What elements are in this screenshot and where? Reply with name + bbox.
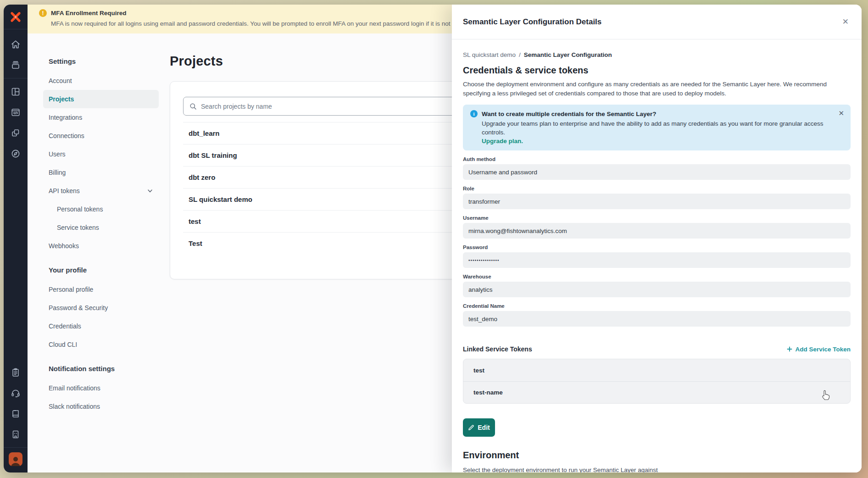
semantic-layer-panel: Semantic Layer Configuration Details ✕ S… [452, 5, 862, 472]
organization-button[interactable] [4, 424, 28, 445]
credential-fields: Auth method Username and password Role t… [463, 156, 851, 327]
search-icon [189, 103, 197, 110]
info-box-body: Upgrade your teams plan to enterprise an… [482, 119, 843, 137]
develop-nav-button[interactable] [4, 102, 28, 122]
info-close-icon[interactable]: ✕ [838, 109, 844, 117]
token-row-test-name[interactable]: test-name [463, 381, 850, 403]
support-button[interactable] [4, 383, 28, 403]
orchestration-nav-button[interactable] [4, 122, 28, 143]
home-nav-button[interactable] [4, 34, 28, 55]
panel-header: Semantic Layer Configuration Details ✕ [452, 5, 862, 39]
sidebar-item-users[interactable]: Users [43, 145, 159, 163]
dbt-logo[interactable] [4, 5, 28, 29]
sidebar-item-personal-profile[interactable]: Personal profile [43, 280, 159, 299]
code-editor-icon [11, 107, 21, 117]
warehouse-value: analytics [463, 282, 851, 297]
notification-nav-heading: Notification settings [43, 365, 159, 372]
environment-section-description: Select the deployment environment to run… [463, 467, 851, 472]
breadcrumb-separator: / [519, 51, 521, 58]
building-icon [11, 429, 21, 439]
chevron-down-icon [147, 188, 153, 194]
sidebar-item-connections[interactable]: Connections [43, 127, 159, 145]
close-icon[interactable]: ✕ [840, 16, 851, 28]
upgrade-plan-link[interactable]: Upgrade plan. [482, 138, 843, 145]
icon-rail [4, 5, 28, 472]
dbt-logo-icon [10, 11, 22, 23]
breadcrumb-parent[interactable]: SL quickstart demo [463, 51, 516, 58]
credential-name-label: Credential Name [463, 303, 851, 309]
explore-nav-button[interactable] [4, 143, 28, 164]
stack-icon [11, 60, 21, 70]
info-icon: i [470, 110, 478, 117]
add-service-token-button[interactable]: Add Service Token [787, 346, 851, 353]
sidebar-item-api-tokens[interactable]: API tokens [43, 182, 159, 200]
role-label: Role [463, 186, 851, 191]
user-avatar[interactable] [9, 452, 22, 466]
grid-icon [11, 87, 21, 97]
sidebar-item-email-notifications[interactable]: Email notifications [43, 379, 159, 397]
home-icon [11, 39, 21, 50]
sidebar-item-credentials[interactable]: Credentials [43, 317, 159, 335]
username-label: Username [463, 215, 851, 221]
upgrade-info-box: i Want to create multiple credentials fo… [463, 105, 851, 150]
branch-icon [11, 128, 21, 138]
sidebar-item-password-security[interactable]: Password & Security [43, 299, 159, 317]
warning-icon: ! [39, 9, 47, 17]
compass-icon [11, 149, 21, 159]
sidebar-item-slack-notifications[interactable]: Slack notifications [43, 397, 159, 416]
linked-tokens-heading: Linked Service Tokens [463, 345, 532, 353]
credentials-section-title: Credentials & service tokens [463, 65, 851, 76]
environments-nav-button[interactable] [4, 55, 28, 75]
edit-button[interactable]: Edit [463, 418, 495, 437]
docs-button[interactable] [4, 403, 28, 424]
sidebar-item-webhooks[interactable]: Webhooks [43, 237, 159, 255]
settings-nav-heading: Settings [43, 57, 159, 65]
clipboard-icon [11, 367, 21, 378]
panel-title: Semantic Layer Configuration Details [463, 17, 601, 27]
settings-nav: Settings Account Projects Integrations C… [43, 33, 159, 416]
dashboard-nav-button[interactable] [4, 81, 28, 102]
sidebar-item-personal-tokens[interactable]: Personal tokens [43, 200, 159, 218]
notes-button[interactable] [4, 362, 28, 383]
sidebar-item-billing[interactable]: Billing [43, 163, 159, 182]
banner-title: MFA Enrollment Required [51, 10, 127, 17]
breadcrumb-current: Semantic Layer Configuration [524, 51, 612, 58]
info-box-title: Want to create multiple credentials for … [482, 111, 657, 117]
book-icon [11, 409, 21, 419]
password-label: Password [463, 245, 851, 250]
profile-nav-heading: Your profile [43, 266, 159, 274]
sidebar-item-service-tokens[interactable]: Service tokens [43, 218, 159, 237]
sidebar-item-projects[interactable]: Projects [43, 90, 159, 108]
sidebar-item-account[interactable]: Account [43, 72, 159, 90]
panel-body: SL quickstart demo / Semantic Layer Conf… [452, 39, 862, 472]
sidebar-item-integrations[interactable]: Integrations [43, 108, 159, 127]
role-value: transformer [463, 194, 851, 209]
headset-icon [11, 388, 21, 398]
auth-method-label: Auth method [463, 156, 851, 162]
auth-method-value: Username and password [463, 164, 851, 180]
linked-tokens-list: test test-name [463, 359, 851, 404]
credentials-section-description: Choose the deployment environment and co… [463, 80, 851, 98]
person-icon [10, 455, 22, 466]
breadcrumb: SL quickstart demo / Semantic Layer Conf… [463, 51, 851, 58]
sidebar-item-cloud-cli[interactable]: Cloud CLI [43, 335, 159, 354]
username-value: mirna.wong@fishtownanalytics.com [463, 223, 851, 239]
app-window: ! MFA Enrollment Required MFA is now req… [4, 5, 862, 472]
token-row-test[interactable]: test [463, 359, 850, 381]
password-value: ••••••••••••••• [463, 252, 851, 268]
credential-name-value: test_demo [463, 311, 851, 327]
warehouse-label: Warehouse [463, 274, 851, 279]
environment-section-title: Environment [463, 450, 851, 461]
plus-icon [787, 346, 792, 352]
pencil-icon [468, 424, 474, 431]
